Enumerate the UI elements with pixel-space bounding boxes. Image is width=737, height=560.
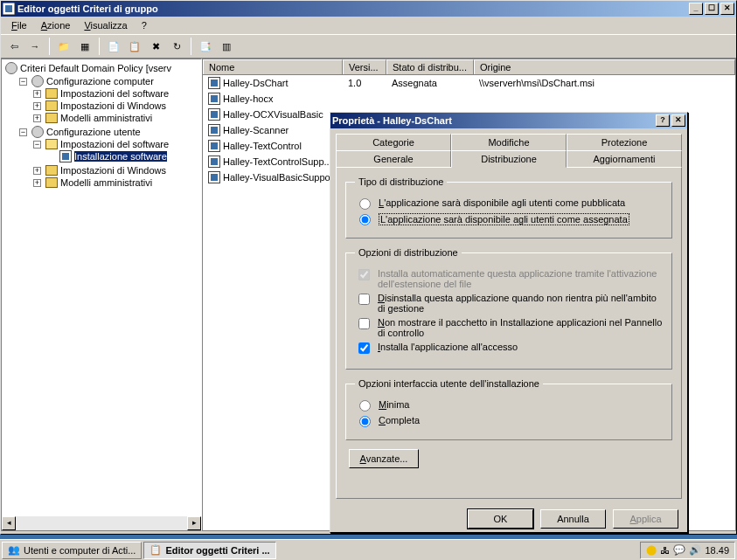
radio-minimal-row[interactable]: Minima — [355, 399, 663, 411]
separator — [49, 38, 50, 55]
dialog-titlebar[interactable]: Proprietà - Halley-DsChart ? ✕ — [330, 113, 687, 128]
col-name[interactable]: Nome — [203, 59, 343, 74]
tree-item[interactable]: +Modelli amministrativi — [33, 177, 199, 188]
menu-visualizza[interactable]: Visualizza — [77, 18, 134, 32]
delete-button[interactable]: ✖ — [146, 37, 165, 56]
system-tray[interactable]: ⬤ 🖧 💬 🔊 18.49 — [640, 542, 735, 559]
tree-item[interactable]: +Impostazioni di Windows — [33, 165, 199, 176]
tab-strip: Generale Distribuzione Aggiornamenti Cat… — [330, 128, 687, 167]
menu-file[interactable]: FFileile — [4, 18, 34, 32]
help-button[interactable]: ? — [656, 114, 670, 127]
radio-published-row[interactable]: L'applicazione sarà disponibile agli ute… — [355, 197, 663, 210]
spacer — [47, 153, 55, 161]
copy-button[interactable]: 📄 — [104, 37, 123, 56]
list-header: Nome Versi... Stato di distribu... Origi… — [203, 59, 735, 75]
group-distribution-type: Tipo di distribuzione L'applicazione sar… — [345, 176, 672, 239]
expand-icon[interactable]: + — [33, 102, 41, 110]
main-titlebar[interactable]: Editor oggetti Criteri di gruppo _ ☐ ✕ — [1, 1, 736, 17]
tree-user-config[interactable]: − Configurazione utente — [19, 126, 199, 138]
legend-dist-opts: Opzioni di distribuzione — [355, 247, 462, 258]
advanced-button[interactable]: Avanzate... — [349, 449, 419, 468]
package-icon — [208, 171, 220, 183]
check-hide[interactable] — [358, 318, 370, 329]
export-button[interactable]: 📑 — [196, 37, 215, 56]
tree-item[interactable]: +Impostazioni di Windows — [33, 100, 199, 111]
col-state[interactable]: Stato di distribu... — [386, 59, 474, 74]
tree-computer-config[interactable]: − Configurazione computer — [19, 75, 199, 87]
paste-button[interactable]: 📋 — [125, 37, 144, 56]
radio-assigned-row[interactable]: L'applicazione sarà disponibile agli ute… — [355, 213, 663, 225]
tree-scrollbar[interactable]: ◂ ▸ — [2, 516, 201, 530]
tree-item[interactable]: +Modelli amministrativi — [33, 113, 199, 123]
properties-button[interactable]: ▦ — [75, 37, 94, 56]
up-folder-button[interactable]: 📁 — [54, 37, 73, 56]
menubar: FFileile Azione Visualizza ? — [1, 17, 736, 34]
collapse-icon[interactable]: − — [33, 141, 41, 149]
radio-minimal-label: Minima — [379, 399, 409, 410]
package-icon — [208, 124, 220, 136]
separator — [99, 38, 100, 55]
tab-aggiornamenti[interactable]: Aggiornamenti — [567, 150, 682, 167]
radio-full-row[interactable]: Completa — [355, 415, 663, 427]
folder-icon — [45, 177, 58, 188]
minimize-button[interactable]: _ — [689, 3, 703, 15]
check-hide-row[interactable]: Non mostrare il pacchetto in Installazio… — [355, 317, 663, 338]
check-logon-row[interactable]: Installa l'applicazione all'accesso — [355, 342, 663, 356]
list-item[interactable]: Halley-hocx — [203, 91, 735, 107]
back-button[interactable]: ⇦ — [4, 37, 24, 56]
list-item[interactable]: Halley-DsChart 1.0 Assegnata \\vserverh\… — [203, 75, 735, 91]
expand-icon[interactable]: + — [33, 114, 41, 122]
expand-icon[interactable]: + — [33, 90, 41, 98]
radio-assigned[interactable] — [359, 214, 371, 225]
tray-chat-icon[interactable]: 💬 — [673, 544, 685, 556]
ok-button[interactable]: OK — [468, 509, 533, 529]
close-button[interactable]: ✕ — [720, 3, 734, 15]
check-uninstall[interactable] — [358, 294, 370, 305]
tab-distribuzione[interactable]: Distribuzione — [451, 150, 567, 168]
folder-open-icon — [45, 139, 58, 149]
col-version[interactable]: Versi... — [343, 59, 386, 74]
tab-categorie[interactable]: Categorie — [336, 134, 451, 150]
folder-icon — [45, 113, 58, 123]
tree-software-install[interactable]: Installazione software — [47, 150, 199, 162]
tree-item[interactable]: +Impostazioni del software — [33, 88, 199, 99]
package-icon — [208, 156, 220, 168]
tree-root[interactable]: Criteri Default Domain Policy [vserv — [5, 62, 199, 74]
tree-item[interactable]: − Impostazioni del software — [33, 139, 199, 149]
menu-help[interactable]: ? — [135, 18, 154, 32]
main-title: Editor oggetti Criteri di gruppo — [17, 3, 158, 14]
scroll-left-button[interactable]: ◂ — [2, 516, 16, 530]
expand-icon[interactable]: + — [33, 167, 41, 175]
check-uninstall-row[interactable]: Disinstalla questa applicazione quando n… — [355, 293, 663, 314]
col-origin[interactable]: Origine — [474, 59, 735, 74]
group-ui-options: Opzioni interfaccia utente dell'installa… — [345, 378, 672, 440]
view-button[interactable]: ▥ — [217, 37, 236, 56]
expand-icon[interactable]: + — [33, 179, 41, 187]
app-icon — [3, 3, 15, 15]
dialog-close-button[interactable]: ✕ — [671, 114, 685, 127]
collapse-icon[interactable]: − — [19, 128, 27, 136]
tray-shield-icon[interactable]: ⬤ — [646, 544, 657, 556]
collapse-icon[interactable]: − — [19, 78, 27, 86]
check-logon[interactable] — [358, 342, 370, 354]
taskbar-item-gpeditor[interactable]: 📋 Editor oggetti Criteri ... — [143, 542, 275, 559]
dialog-title: Proprietà - Halley-DsChart — [332, 115, 452, 126]
maximize-button[interactable]: ☐ — [705, 3, 719, 15]
scroll-right-button[interactable]: ▸ — [187, 516, 201, 530]
refresh-button[interactable]: ↻ — [167, 37, 186, 56]
clock[interactable]: 18.49 — [705, 545, 729, 556]
radio-minimal[interactable] — [359, 400, 371, 411]
tab-modifiche[interactable]: Modifiche — [451, 134, 567, 150]
tray-volume-icon[interactable]: 🔊 — [689, 544, 701, 556]
taskbar-item-aduc[interactable]: 👥 Utenti e computer di Acti... — [2, 542, 142, 559]
forward-button[interactable]: → — [25, 37, 45, 56]
menu-azione[interactable]: Azione — [34, 18, 78, 32]
radio-published[interactable] — [359, 198, 371, 210]
tab-protezione[interactable]: Protezione — [567, 134, 682, 150]
radio-full[interactable] — [359, 416, 371, 427]
tab-generale[interactable]: Generale — [336, 150, 451, 167]
cancel-button[interactable]: Annulla — [540, 509, 606, 529]
tree-pane[interactable]: Criteri Default Domain Policy [vserv − C… — [1, 59, 202, 531]
tray-network-icon[interactable]: 🖧 — [660, 545, 670, 556]
scroll-track[interactable] — [16, 516, 187, 530]
